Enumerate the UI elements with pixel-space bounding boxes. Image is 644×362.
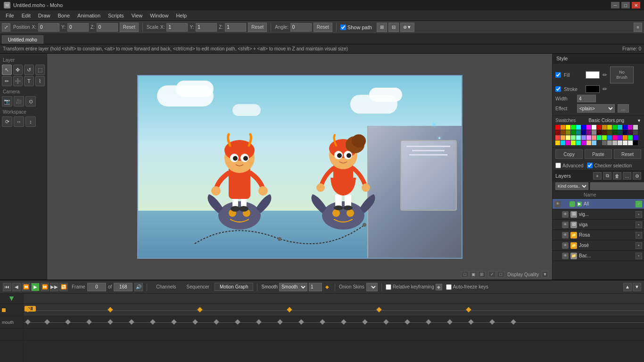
scale-y-input[interactable]	[196, 23, 217, 32]
reset-angle-button[interactable]: Reset	[314, 23, 332, 32]
keyframe-mouth-4[interactable]	[86, 319, 91, 324]
keyframe-mouth-24[interactable]	[511, 319, 516, 324]
position-y-input[interactable]	[67, 23, 89, 32]
layer-action-vig1[interactable]: ▪	[636, 211, 642, 218]
swatch-28[interactable]	[618, 130, 622, 135]
prev-keyframe-btn[interactable]: ⏪	[22, 283, 30, 291]
camera-btn-1[interactable]: 📷	[2, 96, 12, 107]
view-btn-2[interactable]: ⊟	[388, 23, 399, 32]
layer-settings-btn[interactable]: ⚙	[633, 172, 641, 180]
swatch-5[interactable]	[581, 125, 586, 130]
swatch-61[interactable]	[623, 140, 627, 145]
onion-select[interactable]: ▼	[366, 283, 378, 291]
swatch-43[interactable]	[612, 135, 617, 140]
display-mode-1[interactable]: ✓	[488, 271, 496, 278]
swatch-26[interactable]	[607, 130, 612, 135]
keyframe-mouth-23[interactable]	[489, 319, 495, 324]
tab-untitled-moho[interactable]: Untitled.moho	[2, 35, 43, 44]
keyframe-all-4[interactable]	[287, 307, 292, 312]
menu-draw[interactable]: Draw	[34, 12, 54, 19]
menu-help[interactable]: Help	[172, 12, 190, 19]
layer-row-all[interactable]: 👁 ▶ All ✓	[553, 199, 644, 209]
swatch-41[interactable]	[602, 135, 607, 140]
eye-rosa[interactable]: 👁	[562, 232, 569, 239]
swatch-7[interactable]	[592, 125, 596, 130]
swatch-0[interactable]	[555, 125, 560, 130]
swatch-51[interactable]	[571, 140, 576, 145]
stroke-checkbox[interactable]	[555, 86, 561, 92]
keyframe-mouth-15[interactable]	[320, 319, 325, 324]
swatch-9[interactable]	[602, 125, 607, 130]
curve-tool-btn[interactable]: ⌇	[35, 76, 45, 86]
swatch-33[interactable]	[561, 135, 565, 140]
keyframe-mouth-11[interactable]	[235, 319, 240, 324]
layer-action-jose[interactable]: ▪	[636, 242, 642, 249]
swatch-36[interactable]	[576, 135, 581, 140]
swatch-32[interactable]	[555, 135, 560, 140]
layer-action-rosa[interactable]: ▪	[636, 232, 642, 239]
layer-row-jose[interactable]: 👁 📁 José ▪	[553, 240, 644, 251]
loop-btn[interactable]: 🔁	[59, 283, 68, 291]
position-x-input[interactable]	[38, 23, 59, 32]
copy-color-button[interactable]: Copy	[555, 149, 583, 159]
swatch-3[interactable]	[571, 125, 576, 130]
menu-scripts[interactable]: Scripts	[104, 12, 128, 19]
window-controls[interactable]: ─ □ ✕	[611, 2, 640, 8]
swatch-13[interactable]	[623, 125, 627, 130]
swatch-37[interactable]	[581, 135, 586, 140]
keyframe-all-2[interactable]	[107, 307, 113, 312]
jump-start-btn[interactable]: ⏮	[3, 283, 11, 291]
eye-all[interactable]: 👁	[554, 201, 561, 207]
layer-action-bac[interactable]: ▪	[636, 253, 642, 259]
close-button[interactable]: ✕	[632, 2, 640, 8]
view-size-1[interactable]: □	[461, 271, 469, 278]
swatch-35[interactable]	[571, 135, 576, 140]
eye-jose[interactable]: 👁	[562, 242, 569, 249]
fill-pencil-icon[interactable]: ✏	[603, 72, 607, 78]
swatch-4[interactable]	[576, 125, 581, 130]
swatch-29[interactable]	[623, 130, 627, 135]
text-tool-btn[interactable]: T	[24, 76, 34, 86]
audio-btn[interactable]: 🔊	[134, 283, 143, 291]
prev-frame-btn[interactable]: ◀	[12, 283, 21, 291]
scale-z-input[interactable]	[225, 23, 246, 32]
keyframe-mouth-5[interactable]	[107, 319, 113, 324]
display-mode-2[interactable]: □	[497, 271, 504, 278]
scale-tool-btn[interactable]: ⬚	[35, 65, 45, 75]
swatch-19[interactable]	[571, 130, 576, 135]
swatch-6[interactable]	[586, 125, 591, 130]
maximize-button[interactable]: □	[621, 2, 630, 8]
swatch-58[interactable]	[607, 140, 612, 145]
keyframe-mouth-17[interactable]	[362, 319, 367, 324]
play-btn[interactable]: ▶	[31, 283, 40, 291]
relative-keyframe-checkbox[interactable]	[386, 284, 391, 290]
swatch-52[interactable]	[576, 140, 581, 145]
swatch-10[interactable]	[607, 125, 612, 130]
swatch-17[interactable]	[561, 130, 565, 135]
no-brush-btn[interactable]: NoBrush	[610, 66, 634, 83]
eye-bac[interactable]: 👁	[562, 253, 569, 259]
swatch-16[interactable]	[555, 130, 560, 135]
fill-checkbox[interactable]	[555, 72, 561, 78]
swatch-63[interactable]	[633, 140, 638, 145]
effect-select[interactable]: <plain>	[577, 104, 615, 113]
rotate-tool-btn[interactable]: ↺	[24, 65, 34, 75]
keyframe-mouth-10[interactable]	[214, 319, 219, 324]
swatch-30[interactable]	[628, 130, 633, 135]
keyframe-mouth-18[interactable]	[383, 319, 388, 324]
keyframe-mouth-12[interactable]	[256, 319, 261, 324]
tab-sequencer[interactable]: Sequencer	[182, 283, 215, 291]
transform-tool-btn[interactable]: ↖	[2, 65, 12, 75]
swatches-dropdown-icon[interactable]: ▼	[637, 118, 641, 123]
checker-checkbox[interactable]	[587, 163, 593, 168]
swatch-25[interactable]	[602, 130, 607, 135]
camera-btn-3[interactable]: ⊙	[25, 96, 36, 107]
track-all[interactable]: All	[24, 304, 644, 316]
keyframe-mouth-7[interactable]	[150, 319, 155, 324]
keyframe-all-5[interactable]	[376, 307, 381, 312]
timeline-down-btn[interactable]: ▼	[633, 283, 641, 291]
swatch-24[interactable]	[597, 130, 602, 135]
swatch-45[interactable]	[623, 135, 627, 140]
current-frame-input[interactable]	[87, 283, 106, 291]
move-tool-btn[interactable]: ✥	[13, 65, 23, 75]
